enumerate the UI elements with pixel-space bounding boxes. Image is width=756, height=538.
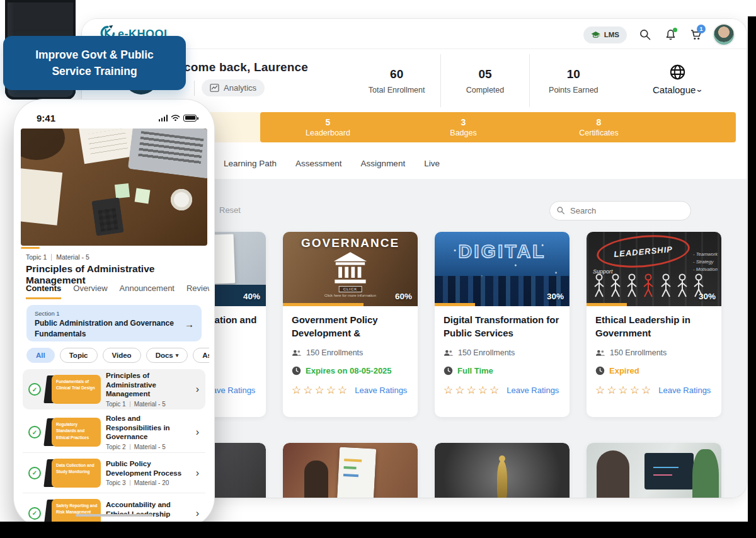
people-icon <box>292 349 302 357</box>
star-rating-icons[interactable] <box>595 384 653 397</box>
analytics-chart-icon <box>210 84 219 92</box>
enrollments-row: 150 Enrollments <box>595 347 713 358</box>
leave-ratings-link[interactable]: Leave Ratings <box>507 386 559 395</box>
lesson-list: Fundamentals of Clinical Trial Design Pr… <box>23 369 205 522</box>
lesson-title: Public Policy Development Process <box>106 459 195 478</box>
lesson-title: Principles of Administrative Management <box>106 371 195 399</box>
image-edge <box>748 16 756 538</box>
thumbnail-text: Regulatory Standards and Ethical Practic… <box>56 421 98 441</box>
stat-points-earned: 10 Points Earned <box>530 54 617 107</box>
notification-dot <box>673 28 677 32</box>
topbar-actions: LMS 1 <box>583 25 734 45</box>
tab-assignment[interactable]: Assignment <box>361 159 406 168</box>
tab-learning-path[interactable]: Learning Path <box>224 159 277 168</box>
globe-icon <box>669 64 686 81</box>
clock-icon <box>595 366 605 375</box>
callout-banner-text: Improve Govt & Public Service Training <box>14 47 175 80</box>
chevron-down-icon: ▾ <box>176 352 179 358</box>
chevron-right-icon[interactable] <box>196 508 199 519</box>
achievement-badges[interactable]: 3 Badges <box>396 112 531 142</box>
course-meta: Topic 1 Material - 5 <box>26 253 89 261</box>
catalogue-text: Catalogue <box>653 84 696 95</box>
enrollments-row: 150 Enrollments <box>292 347 409 358</box>
ratings-row: Leave Ratings <box>595 384 713 397</box>
lesson-meta: Topic 2Material - 5 <box>106 444 195 450</box>
achievement-label: Leaderboard <box>306 129 350 137</box>
people-icon <box>595 349 605 357</box>
user-avatar[interactable] <box>714 25 734 45</box>
stats-row: 60 Total Enrollment 05 Completed 10 Poin… <box>353 54 617 107</box>
tab-live[interactable]: Live <box>424 159 440 168</box>
lesson-item[interactable]: Data Collection and Study Monitoring Pub… <box>23 452 205 493</box>
course-card[interactable]: GOVERNANCE CLICK Click here for more inf… <box>283 232 418 417</box>
stat-total-enrollment: 60 Total Enrollment <box>353 54 441 107</box>
search-icon[interactable] <box>638 28 652 42</box>
stat-label: Points Earned <box>549 86 598 94</box>
course-card[interactable] <box>283 443 418 498</box>
arrow-right-icon[interactable]: → <box>185 319 194 329</box>
enrollments-text: 150 Enrollments <box>610 348 667 357</box>
presenter-silhouette <box>304 461 328 498</box>
lesson-meta: Topic 1Material - 5 <box>106 401 195 408</box>
stat-label: Total Enrollment <box>369 86 425 94</box>
tab-review[interactable]: Review <box>186 283 209 299</box>
course-card[interactable]: DIGITAL 30% Digital Transformation for P… <box>435 232 570 417</box>
chip-all[interactable]: All <box>26 348 55 363</box>
search-icon <box>556 206 565 217</box>
analytics-button[interactable]: Analytics <box>202 79 265 96</box>
tab-contents[interactable]: Contents <box>26 283 61 299</box>
status-bar-time: 9:41 <box>37 113 55 123</box>
chip-video[interactable]: Video <box>103 348 141 363</box>
reset-button[interactable]: Reset <box>219 205 241 215</box>
achievement-certificates[interactable]: 8 Certificates <box>531 112 667 142</box>
catalogue-menu[interactable]: Catalogue › <box>624 52 731 107</box>
notifications-bell-icon[interactable] <box>663 28 677 42</box>
chip-topic[interactable]: Topic <box>60 348 98 363</box>
star-rating-icons[interactable] <box>444 384 501 397</box>
lesson-item[interactable]: Fundamentals of Clinical Trial Design Pr… <box>23 369 205 409</box>
course-card[interactable] <box>587 443 721 498</box>
tab-assessment[interactable]: Assessment <box>295 159 342 168</box>
thumbnail-text: Fundamentals of Clinical Trial Design <box>56 379 98 392</box>
course-image-text: DIGITAL <box>435 241 570 262</box>
leave-ratings-link[interactable]: Leave Ratings <box>658 386 711 395</box>
lesson-item[interactable]: Regulatory Standards and Ethical Practic… <box>23 412 205 452</box>
lesson-title: Roles and Responsibilities in Governance <box>106 414 195 442</box>
course-image <box>587 443 721 498</box>
completed-check-icon <box>28 383 41 396</box>
chevron-right-icon[interactable] <box>196 384 199 395</box>
chevron-right-icon[interactable] <box>196 467 199 479</box>
phone-mockup: 9:41 Topic 1 Material - 5 Principles of … <box>14 100 214 527</box>
main-tabs: Learning Path Assessment Assignment Live <box>224 159 440 168</box>
course-image: DIGITAL 30% <box>435 232 570 306</box>
course-card[interactable]: LEADERSHIP - Teamwork - Strategy - Motiv… <box>587 232 721 417</box>
cart-badge: 1 <box>697 25 706 33</box>
enrollments-text: 150 Enrollments <box>458 348 515 357</box>
tab-announcement[interactable]: Announcement <box>120 283 175 299</box>
progress-badge: 30% <box>547 292 564 301</box>
achievement-leaderboard[interactable]: 5 Leaderboard <box>260 112 396 142</box>
star-rating-icons[interactable] <box>292 384 349 397</box>
topic-label: Topic 1 <box>26 253 47 261</box>
chip-docs[interactable]: Docs▾ <box>146 348 188 363</box>
tab-overview[interactable]: Overview <box>73 283 107 299</box>
clock-icon <box>444 366 453 375</box>
cart-icon[interactable]: 1 <box>689 28 702 42</box>
leave-ratings-link[interactable]: Leave Ratings <box>355 386 407 395</box>
course-card[interactable] <box>435 443 570 498</box>
home-indicator[interactable] <box>76 514 152 517</box>
chip-assessment[interactable]: Asse <box>193 348 209 363</box>
graduation-cap-icon <box>591 31 600 39</box>
lesson-thumbnail: Data Collection and Study Monitoring <box>44 459 101 488</box>
search-input[interactable] <box>549 201 691 220</box>
course-card-body: Ethical Leadership in Government Organiz… <box>587 306 721 397</box>
lesson-item[interactable]: Safety Reporting and Risk Management Acc… <box>23 493 205 522</box>
chevron-right-icon[interactable] <box>196 426 199 438</box>
course-title: Ethical Leadership in Government Organiz… <box>595 313 713 341</box>
section-card[interactable]: Section 1 Public Administration and Gove… <box>26 305 202 341</box>
whiteboard <box>337 447 376 498</box>
course-card-body: Government Policy Development & Impleme.… <box>283 306 418 397</box>
progress-bar <box>587 303 627 306</box>
achievement-label: Badges <box>450 129 476 137</box>
lms-button[interactable]: LMS <box>583 26 627 43</box>
